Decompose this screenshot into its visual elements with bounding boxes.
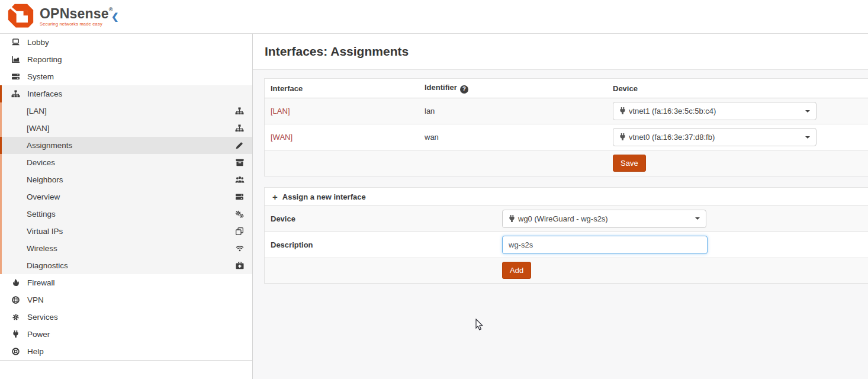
server-icon bbox=[234, 193, 245, 201]
caret-down-icon bbox=[805, 136, 810, 139]
gear-icon bbox=[11, 313, 21, 321]
title-bar: Interfaces: Assignments bbox=[253, 34, 868, 70]
sidebar-item-label: Firewall bbox=[27, 278, 55, 287]
sidebar-item-diagnostics[interactable]: Diagnostics bbox=[0, 257, 252, 274]
sidebar-item-system[interactable]: System bbox=[0, 68, 252, 85]
server-icon bbox=[11, 73, 21, 81]
sidebar-item-firewall[interactable]: Firewall bbox=[0, 274, 252, 291]
table-row-wan: [WAN] wan vtnet0 (fa:16:3e:37:d8:fb) bbox=[265, 124, 868, 150]
sidebar-item-label: Help bbox=[27, 347, 44, 356]
add-button[interactable]: Add bbox=[502, 262, 531, 279]
new-interface-table: Device wg0 (WireGuard - wg-s2s) Descript… bbox=[265, 205, 868, 284]
sidebar-item-lan[interactable]: [LAN] bbox=[0, 102, 252, 120]
sidebar-item-label: Lobby bbox=[27, 38, 49, 47]
column-device: Device bbox=[607, 79, 868, 98]
device-row: Device wg0 (WireGuard - wg-s2s) bbox=[265, 205, 868, 232]
sidebar-item-label: Reporting bbox=[27, 55, 62, 64]
sidebar-item-wan[interactable]: [WAN] bbox=[0, 120, 252, 137]
plug-icon bbox=[619, 107, 626, 115]
caret-down-icon bbox=[805, 110, 810, 113]
sidebar-item-label: Settings bbox=[27, 210, 56, 219]
sidebar-item-label: [LAN] bbox=[27, 107, 47, 115]
new-device-select-value: wg0 (WireGuard - wg-s2s) bbox=[518, 214, 608, 223]
identifier-wan: wan bbox=[419, 124, 607, 150]
device-label: Device bbox=[265, 205, 496, 232]
plug-icon bbox=[11, 330, 21, 338]
archive-icon bbox=[234, 159, 245, 166]
sidebar-item-label: Virtual IPs bbox=[27, 227, 63, 236]
page-title: Interfaces: Assignments bbox=[265, 44, 409, 59]
sidebar-item-label: Diagnostics bbox=[27, 261, 68, 270]
device-select-wan-value: vtnet0 (fa:16:3e:37:d8:fb) bbox=[629, 133, 715, 142]
users-icon bbox=[234, 176, 245, 184]
sidebar-menu: LobbyReportingSystemInterfaces[LAN][WAN]… bbox=[0, 34, 252, 360]
wifi-icon bbox=[234, 245, 245, 252]
pencil-icon bbox=[234, 142, 245, 149]
main-content: Interfaces: Assignments Interface Identi… bbox=[253, 34, 868, 379]
assignments-table: Interface Identifier? Device [LAN] lan v bbox=[265, 79, 868, 176]
new-device-select[interactable]: wg0 (WireGuard - wg-s2s) bbox=[502, 210, 706, 228]
interface-link-lan[interactable]: [LAN] bbox=[271, 107, 290, 115]
sidebar-item-devices[interactable]: Devices bbox=[0, 154, 252, 171]
plug-icon bbox=[509, 215, 515, 223]
plus-icon: + bbox=[272, 192, 278, 202]
sidebar-item-power[interactable]: Power bbox=[0, 326, 252, 343]
life-ring-icon bbox=[11, 348, 21, 355]
assignments-table-header: Interface Identifier? Device bbox=[265, 79, 868, 98]
sidebar-item-label: Services bbox=[27, 313, 58, 322]
sidebar-item-label: [WAN] bbox=[27, 124, 50, 133]
new-interface-section-title: Assign a new interface bbox=[282, 192, 366, 201]
identifier-lan: lan bbox=[419, 98, 607, 124]
sidebar-item-settings[interactable]: Settings bbox=[0, 205, 252, 223]
sidebar-item-services[interactable]: Services bbox=[0, 309, 252, 326]
gears-icon bbox=[234, 210, 245, 218]
description-input[interactable] bbox=[502, 236, 708, 254]
sidebar-item-label: Interfaces bbox=[27, 89, 62, 98]
sidebar-item-label: Overview bbox=[27, 192, 60, 201]
interface-link-wan[interactable]: [WAN] bbox=[271, 133, 292, 142]
device-select-lan[interactable]: vtnet1 (fa:16:3e:5c:5b:c4) bbox=[613, 102, 816, 120]
brand-name: OPNsense® bbox=[40, 6, 113, 21]
sitemap-icon bbox=[234, 124, 245, 132]
column-identifier: Identifier? bbox=[419, 79, 607, 98]
new-interface-panel: + Assign a new interface Device wg0 (Wir… bbox=[264, 187, 868, 284]
question-circle-icon[interactable]: ? bbox=[460, 85, 468, 94]
sidebar-item-overview[interactable]: Overview bbox=[0, 188, 252, 205]
description-label: Description bbox=[265, 232, 496, 258]
save-button[interactable]: Save bbox=[613, 155, 646, 172]
sidebar-item-reporting[interactable]: Reporting bbox=[0, 51, 252, 68]
sidebar-item-label: VPN bbox=[27, 296, 44, 304]
sidebar-item-neighbors[interactable]: Neighbors bbox=[0, 171, 252, 188]
device-select-wan[interactable]: vtnet0 (fa:16:3e:37:d8:fb) bbox=[613, 128, 816, 146]
sidebar: LobbyReportingSystemInterfaces[LAN][WAN]… bbox=[0, 34, 253, 379]
sidebar-item-label: Devices bbox=[27, 158, 55, 167]
sidebar-item-help[interactable]: Help bbox=[0, 343, 252, 360]
top-navbar: OPNsense® Securing networks made easy ❮ bbox=[0, 0, 868, 34]
device-select-lan-value: vtnet1 (fa:16:3e:5c:5b:c4) bbox=[629, 107, 716, 115]
sitemap-icon bbox=[234, 107, 245, 115]
medkit-icon bbox=[234, 262, 245, 269]
sidebar-item-label: Neighbors bbox=[27, 175, 63, 184]
column-interface: Interface bbox=[265, 79, 419, 98]
caret-down-icon bbox=[695, 217, 700, 220]
sidebar-item-vpn[interactable]: VPN bbox=[0, 291, 252, 309]
area-chart-icon bbox=[11, 56, 21, 63]
add-row: Add bbox=[265, 258, 868, 283]
brand-tagline: Securing networks made easy bbox=[40, 22, 113, 27]
sidebar-item-label: Assignments bbox=[27, 141, 72, 150]
assignments-panel: Interface Identifier? Device [LAN] lan v bbox=[264, 78, 868, 176]
sidebar-item-label: Power bbox=[27, 330, 50, 339]
sitemap-icon bbox=[11, 90, 21, 98]
sidebar-item-interfaces[interactable]: Interfaces bbox=[0, 85, 252, 102]
sidebar-item-virtual-ips[interactable]: Virtual IPs bbox=[0, 223, 252, 240]
opnsense-logo[interactable]: OPNsense® Securing networks made easy bbox=[7, 3, 113, 30]
description-row: Description bbox=[265, 232, 868, 258]
clone-icon bbox=[234, 227, 245, 235]
sidebar-item-lobby[interactable]: Lobby bbox=[0, 34, 252, 51]
new-interface-section-header[interactable]: + Assign a new interface bbox=[265, 188, 868, 205]
sidebar-item-assignments[interactable]: Assignments bbox=[0, 137, 252, 154]
sidebar-item-label: Wireless bbox=[27, 244, 57, 253]
sidebar-collapse-icon[interactable]: ❮ bbox=[111, 11, 119, 22]
sidebar-item-wireless[interactable]: Wireless bbox=[0, 240, 252, 257]
sidebar-item-label: System bbox=[27, 72, 54, 81]
